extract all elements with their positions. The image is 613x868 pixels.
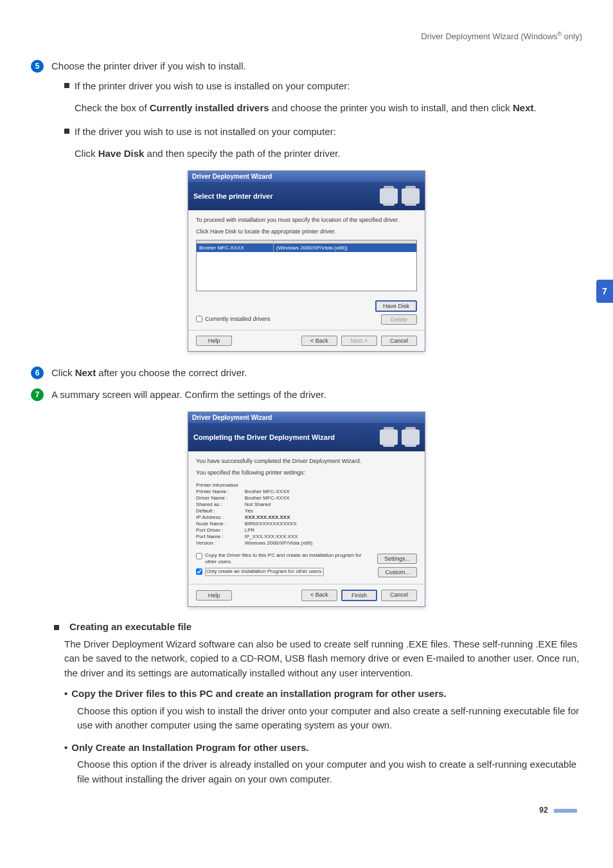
option2-row: Only create an Installation Program for … <box>196 567 417 577</box>
val-blank <box>245 482 313 488</box>
option1-label: Copy the Driver files to this PC and cre… <box>205 552 363 566</box>
val-port-name: IP_XXX.XXX.XXX.XXX <box>245 534 313 539</box>
settings-button[interactable]: Settings... <box>377 554 417 564</box>
para-b-1: Click <box>75 148 98 159</box>
currently-installed-checkbox[interactable] <box>196 316 202 322</box>
val-port-driver: LPR <box>245 527 313 533</box>
printer-icon <box>380 429 398 445</box>
dialog1-right-buttons: Have Disk Delete <box>375 300 417 325</box>
step-7-badge: 7 <box>31 388 44 401</box>
chapter-title-prefix: Driver Deployment Wizard (Windows <box>421 32 557 41</box>
step-5-bullet-a: If the printer driver you wish to use is… <box>64 79 582 94</box>
exec-opt2-title: Only Create an Installation Program for … <box>71 741 308 755</box>
back-button[interactable]: < Back <box>301 336 337 346</box>
printer-icon <box>402 429 420 445</box>
dialog2-footer: Help < Back Finish Cancel <box>188 584 425 606</box>
chapter-title: Driver Deployment Wizard (Windows® only) <box>31 31 582 41</box>
lbl-info: Printer Information <box>196 482 238 488</box>
val-node: BRNXXXXXXXXXXXX <box>245 521 313 527</box>
driver-os: (Windows 2000/XP/Vista (x86)) <box>274 244 416 252</box>
dialog1-header-text: Select the printer driver <box>193 192 273 200</box>
lbl-port-name: Port Name : <box>196 534 238 539</box>
s6-bold: Next <box>75 367 96 378</box>
lbl-ip: IP Address : <box>196 514 238 520</box>
delete-button[interactable]: Delete <box>381 314 417 325</box>
step-5-bullets-b: If the driver you wish to use is not ins… <box>64 125 582 140</box>
dialog2-line1: You have successfully completed the Driv… <box>196 458 417 464</box>
dialog1-header-icons <box>380 188 420 204</box>
currently-installed-label: Currently installed drivers <box>205 316 271 322</box>
lbl-printer-name: Printer Name : <box>196 489 238 494</box>
lbl-default: Default : <box>196 508 238 514</box>
dialog1: Driver Deployment Wizard Select the prin… <box>188 170 425 352</box>
next-button[interactable]: Next > <box>341 336 377 346</box>
val-driver-name: Brother MFC-XXXX <box>245 495 313 501</box>
step-6: 6 Click Next after you choose the correc… <box>31 366 582 381</box>
step-5: 5 Choose the printer driver if you wish … <box>31 59 582 74</box>
option2-checkbox[interactable] <box>196 568 202 575</box>
dialog1-line1: To proceed with installation you must sp… <box>196 217 417 223</box>
square-icon <box>64 83 69 88</box>
printer-icon <box>402 188 420 204</box>
driver-selected-row[interactable]: Brother MFC-XXXX (Windows 2000/XP/Vista … <box>197 244 416 252</box>
exec-opt1-text: Choose this option if you wish to instal… <box>77 704 582 733</box>
exec-opt2-text: Choose this option if the driver is alre… <box>77 757 582 786</box>
step-5-bullet-a-text: If the printer driver you wish to use is… <box>75 79 350 94</box>
exec-opt1: • Copy the Driver files to this PC and c… <box>64 687 582 701</box>
option2-label: Only create an Installation Program for … <box>205 568 324 575</box>
summary-values: Brother MFC-XXXX Brother MFC-XXXX Not Sh… <box>245 482 313 546</box>
step-5-bullet-b: If the driver you wish to use is not ins… <box>64 125 582 140</box>
summary-box: Printer Information Printer Name : Drive… <box>196 482 417 546</box>
dialog2-header: Completing the Driver Deployment Wizard <box>188 423 425 451</box>
help-button[interactable]: Help <box>196 336 232 346</box>
driver-name: Brother MFC-XXXX <box>197 244 274 252</box>
back-button[interactable]: < Back <box>301 590 337 601</box>
chapter-title-suffix: only) <box>562 32 582 41</box>
lbl-driver-name: Driver Name : <box>196 495 238 501</box>
option1-checkbox[interactable] <box>196 553 202 559</box>
s6-t2: after you choose the correct driver. <box>96 367 247 378</box>
printer-icon <box>380 188 398 204</box>
dialog1-mid-row: Currently installed drivers Have Disk De… <box>196 300 417 325</box>
page-number: 92 <box>31 806 582 815</box>
dialog1-footer: Help < Back Next > Cancel <box>188 330 425 351</box>
lbl-port-driver: Port Driver : <box>196 527 238 533</box>
dialog1-footer-right: < Back Next > Cancel <box>301 336 417 346</box>
page-number-bar <box>554 809 577 813</box>
lbl-node: Node Name : <box>196 521 238 527</box>
val-printer-name: Brother MFC-XXXX <box>245 489 313 494</box>
val-version: Windows 2000/XP/Vista (x86) <box>245 540 313 546</box>
finish-button[interactable]: Finish <box>341 590 377 601</box>
dialog1-header: Select the printer driver <box>188 182 425 210</box>
step-5-para-b: Click Have Disk and then specify the pat… <box>75 147 582 161</box>
step-5-text: Choose the printer driver if you wish to… <box>51 59 246 74</box>
driver-list[interactable]: Brother MFC-XXXX (Windows 2000/XP/Vista … <box>196 240 417 291</box>
option1-left: Copy the Driver files to this PC and cre… <box>196 552 363 566</box>
dialog2-header-text: Completing the Driver Deployment Wizard <box>193 433 335 441</box>
para-b-2: and then specify the path of the printer… <box>144 148 340 159</box>
step-7-text: A summary screen will appear. Confirm th… <box>51 388 326 402</box>
square-icon <box>64 129 69 134</box>
dialog2-footer-right: < Back Finish Cancel <box>301 590 417 601</box>
lbl-shared: Shared as : <box>196 502 238 507</box>
have-disk-button[interactable]: Have Disk <box>375 300 417 312</box>
option1-row: Copy the Driver files to this PC and cre… <box>196 552 417 566</box>
exec-heading: Creating an executable file <box>69 621 191 632</box>
bullet-dot: • <box>64 687 67 701</box>
summary-labels: Printer Information Printer Name : Drive… <box>196 482 238 546</box>
dialog2-header-icons <box>380 429 420 445</box>
dialog2-body: You have successfully completed the Driv… <box>188 451 425 584</box>
step-7: 7 A summary screen will appear. Confirm … <box>31 388 582 402</box>
square-icon <box>54 625 59 630</box>
custom-button[interactable]: Custom... <box>378 567 417 577</box>
s6-t1: Click <box>51 367 75 378</box>
dialog1-line2: Click Have Disk to locate the appropriat… <box>196 228 417 235</box>
step-5-bullet-b-text: If the driver you wish to use is not ins… <box>75 125 336 140</box>
help-button[interactable]: Help <box>196 590 232 601</box>
page-number-value: 92 <box>539 806 547 815</box>
step-5-bullets: If the printer driver you wish to use is… <box>64 79 582 94</box>
cancel-button[interactable]: Cancel <box>381 590 417 601</box>
val-default: Yes <box>245 508 313 514</box>
cancel-button[interactable]: Cancel <box>381 336 417 346</box>
dialog2-line2: You specified the following printer sett… <box>196 469 417 476</box>
